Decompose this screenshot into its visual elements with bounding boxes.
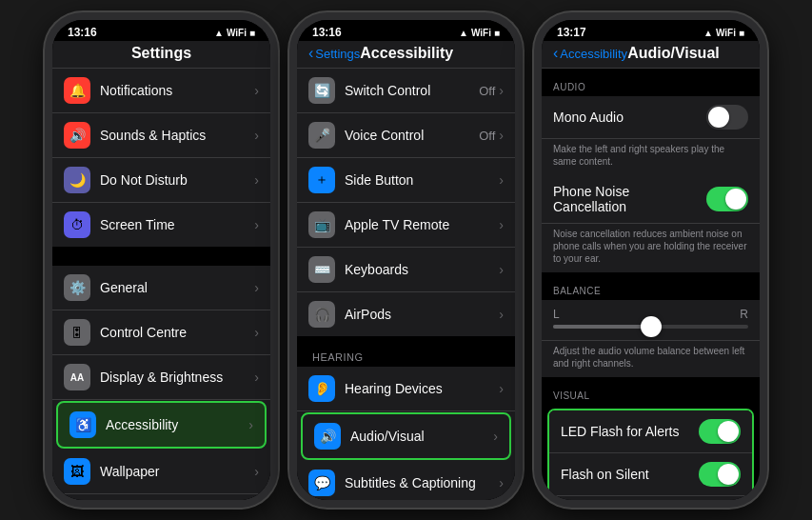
accessibility-label: Accessibility — [106, 417, 248, 432]
settings-item-flash-silent[interactable]: Flash on Silent — [549, 453, 752, 496]
settings-item-airpods[interactable]: 🎧 AirPods › — [297, 292, 515, 336]
airpods-label: AirPods — [345, 307, 499, 322]
dnd-label: Do Not Disturb — [100, 172, 254, 188]
chevron-notifications: › — [254, 83, 259, 98]
led-flash-label: LED Flash for Alerts — [561, 424, 699, 439]
notifications-icon: 🔔 — [64, 77, 90, 104]
control-label: Control Centre — [100, 325, 254, 340]
settings-item-control[interactable]: 🎛 Control Centre › — [52, 310, 270, 355]
settings-item-screentime[interactable]: ⏱ Screen Time › — [52, 203, 270, 247]
status-bar-2: 13:16 ▲ WiFi ■ — [297, 20, 515, 41]
settings-item-notifications[interactable]: 🔔 Notifications › — [52, 69, 270, 113]
back-label-3: Accessibility — [560, 47, 627, 61]
noise-cancel-label: Phone Noise Cancellation — [553, 184, 706, 214]
flash-silent-knob — [718, 464, 739, 485]
settings-item-wallpaper[interactable]: 🖼 Wallpaper › — [52, 450, 270, 494]
accessibility-icon: ♿ — [69, 411, 96, 438]
battery-icon-1: ■ — [249, 28, 255, 38]
balance-track[interactable] — [553, 325, 748, 329]
settings-group-1a: 🔔 Notifications › 🔊 Sounds & Haptics › 🌙… — [52, 69, 270, 247]
audio-visual-label: Audio/Visual — [350, 429, 493, 444]
settings-item-dnd[interactable]: 🌙 Do Not Disturb › — [52, 158, 270, 203]
switch-control-label: Switch Control — [345, 83, 479, 98]
nav-back-3[interactable]: ‹ Accessibility — [553, 45, 627, 62]
chevron-control: › — [254, 325, 259, 340]
settings-list-1: 🔔 Notifications › 🔊 Sounds & Haptics › 🌙… — [52, 69, 270, 500]
noise-cancel-desc: Noise cancellation reduces ambient noise… — [542, 224, 760, 272]
mono-audio-knob — [708, 107, 729, 128]
subtitles-label: Subtitles & Captioning — [345, 475, 499, 490]
nav-bar-2: ‹ Settings Accessibility — [297, 41, 515, 69]
hearing-devices-label: Hearing Devices — [345, 381, 499, 396]
settings-item-keyboards[interactable]: ⌨️ Keyboards › — [297, 248, 515, 292]
visual-group: LED Flash for Alerts Flash on Silent Use… — [549, 410, 752, 500]
settings-item-subtitles[interactable]: 💬 Subtitles & Captioning › — [297, 461, 515, 500]
flash-silent-label: Flash on Silent — [561, 467, 699, 482]
status-icons-2: ▲ WiFi ■ — [459, 28, 500, 38]
nav-bar-1: Settings — [52, 41, 270, 69]
settings-item-side-button[interactable]: ＋ Side Button › — [297, 158, 515, 203]
chevron-dnd: › — [254, 172, 259, 188]
settings-item-general[interactable]: ⚙️ General › — [52, 266, 270, 310]
wallpaper-label: Wallpaper — [100, 464, 254, 479]
flash-silent-toggle[interactable] — [699, 462, 741, 487]
dnd-icon: 🌙 — [64, 167, 90, 193]
switch-control-icon: 🔄 — [308, 77, 335, 104]
chevron-wallpaper: › — [254, 464, 259, 479]
chevron-sounds: › — [254, 128, 259, 143]
chevron-side-button: › — [499, 172, 504, 188]
wifi-icon-3: WiFi — [716, 28, 736, 38]
nav-title-2: Accessibility — [360, 45, 453, 62]
chevron-hearing-devices: › — [499, 381, 504, 396]
audio-visual-icon: 🔊 — [314, 423, 341, 450]
chevron-apple-tv: › — [499, 217, 504, 232]
voice-control-label: Voice Control — [345, 128, 479, 143]
nav-title-1: Settings — [64, 45, 259, 62]
mono-audio-toggle[interactable] — [706, 105, 748, 130]
settings-item-siri[interactable]: 🔍 Siri & Search › — [52, 494, 270, 500]
screentime-icon: ⏱ — [64, 211, 90, 238]
switch-control-value: Off — [479, 84, 495, 98]
wifi-icon-2: WiFi — [471, 28, 491, 38]
settings-item-display[interactable]: AA Display & Brightness › — [52, 355, 270, 400]
settings-item-led-flash[interactable]: LED Flash for Alerts — [549, 410, 752, 453]
settings-item-voice-control[interactable]: 🎤 Voice Control Off › — [297, 113, 515, 158]
settings-item-noise-cancel[interactable]: Phone Noise Cancellation — [542, 175, 760, 224]
balance-group: L R Adjust the audio volume balance betw… — [542, 300, 760, 377]
settings-item-sounds[interactable]: 🔊 Sounds & Haptics › — [52, 113, 270, 158]
balance-fill — [553, 325, 651, 329]
display-icon: AA — [64, 364, 90, 390]
led-flash-toggle[interactable] — [699, 419, 741, 444]
chevron-general: › — [254, 280, 259, 295]
visual-section-label: VISUAL — [542, 377, 760, 405]
settings-item-audio-visual[interactable]: 🔊 Audio/Visual › — [301, 412, 511, 460]
phone-audio-visual: 13:17 ▲ WiFi ■ ‹ Accessibility Audio/Vis… — [534, 12, 767, 508]
back-chevron-2: ‹ — [308, 45, 313, 62]
nav-back-2[interactable]: ‹ Settings — [308, 45, 360, 62]
signal-icon-2: ▲ — [459, 28, 468, 38]
settings-item-apple-tv[interactable]: 📺 Apple TV Remote › — [297, 203, 515, 248]
notifications-label: Notifications — [100, 83, 254, 98]
settings-item-hearing-devices[interactable]: 👂 Hearing Devices › — [297, 367, 515, 411]
hearing-header: HEARING — [297, 336, 515, 367]
status-bar-3: 13:17 ▲ WiFi ■ — [542, 20, 760, 41]
spacer-1 — [52, 247, 270, 266]
chevron-display: › — [254, 370, 259, 385]
settings-item-mono-audio[interactable]: Mono Audio — [542, 96, 760, 139]
voice-control-value: Off — [479, 129, 495, 143]
time-1: 13:16 — [68, 26, 97, 39]
wifi-icon-1: WiFi — [227, 28, 247, 38]
chevron-screentime: › — [254, 217, 259, 232]
control-icon: 🎛 — [64, 319, 90, 346]
visual-highlighted-box: LED Flash for Alerts Flash on Silent Use… — [547, 409, 754, 500]
chevron-airpods: › — [499, 307, 504, 322]
back-chevron-3: ‹ — [553, 45, 558, 62]
settings-item-accessibility[interactable]: ♿ Accessibility › — [56, 401, 267, 449]
apple-tv-icon: 📺 — [308, 211, 335, 238]
settings-item-switch-control[interactable]: 🔄 Switch Control Off › — [297, 69, 515, 113]
noise-cancel-toggle[interactable] — [706, 187, 748, 211]
mono-audio-desc: Make the left and right speakers play th… — [542, 139, 760, 175]
accessibility-list: 🔄 Switch Control Off › 🎤 Voice Control O… — [297, 69, 515, 500]
time-3: 13:17 — [557, 26, 586, 39]
mono-audio-label: Mono Audio — [553, 110, 706, 125]
